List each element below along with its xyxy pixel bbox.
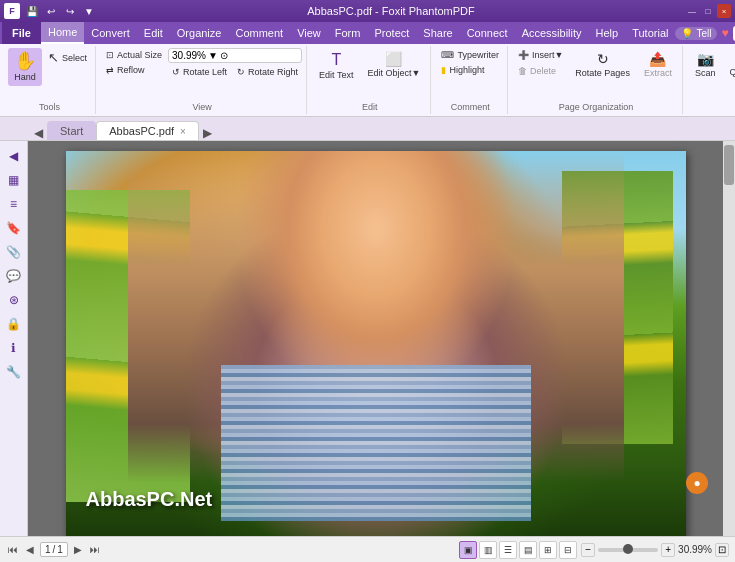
select-icon: ↖ (48, 50, 59, 65)
tab-start-label: Start (60, 125, 83, 137)
menu-view[interactable]: View (290, 22, 328, 44)
edit-object-btn[interactable]: ⬜ Edit Object▼ (361, 48, 426, 82)
zoom-in-btn[interactable]: + (661, 543, 675, 557)
tab-close-btn[interactable]: × (180, 126, 186, 137)
zoom-out-btn[interactable]: − (581, 543, 595, 557)
menu-file[interactable]: File (2, 22, 41, 44)
view-group-label: View (102, 100, 302, 112)
tab-abbaspc[interactable]: AbbasPC.pdf × (96, 121, 199, 140)
quick-access-toolbar: 💾 ↩ ↪ ▼ (24, 3, 97, 19)
scan-btn[interactable]: 📷 Scan (689, 48, 722, 82)
hand-label: Hand (14, 72, 36, 82)
menu-form[interactable]: Form (328, 22, 368, 44)
notification-btn[interactable]: ● (686, 472, 708, 494)
quick-ocr-btn[interactable]: OCR Quick OCR (723, 48, 735, 81)
rotate-right-btn[interactable]: ↻ Rotate Right (233, 65, 302, 79)
hand-tool-btn[interactable]: ✋ Hand (8, 48, 42, 86)
pdf-page: AbbasPC.Net (66, 151, 686, 536)
sidebar-pages[interactable]: ▦ (3, 169, 25, 191)
edit-text-btn[interactable]: T Edit Text (313, 48, 359, 84)
highlight-btn[interactable]: ▮ Highlight (437, 63, 503, 77)
actual-size-btn[interactable]: ⊡ Actual Size (102, 48, 166, 62)
shirt-area (221, 365, 531, 521)
maximize-btn[interactable]: □ (701, 4, 715, 18)
reflow-btn[interactable]: ⇄ Reflow (102, 63, 166, 77)
tab-nav-left[interactable]: ◀ (30, 126, 47, 140)
nav-last-btn[interactable]: ⏭ (88, 544, 102, 555)
menu-convert[interactable]: Convert (84, 22, 137, 44)
scrollbar-thumb[interactable] (724, 145, 734, 185)
sidebar-comments[interactable]: 💬 (3, 265, 25, 287)
menu-accessibility[interactable]: Accessibility (515, 22, 589, 44)
vertical-scrollbar[interactable] (723, 141, 735, 536)
ribbon-group-tools: ✋ Hand ↖ Select Tools (4, 46, 96, 114)
app-icon: F (4, 3, 20, 19)
document-area: AbbasPC.Net ● (28, 141, 735, 536)
insert-btn[interactable]: ➕ Insert▼ (514, 48, 567, 62)
menu-items: Home Convert Edit Organize Comment View … (41, 22, 676, 44)
menu-share[interactable]: Share (416, 22, 459, 44)
select-btn[interactable]: ↖ Select (44, 48, 91, 67)
extract-btn[interactable]: 📤 Extract (638, 48, 678, 82)
nav-prev-btn[interactable]: ◀ (24, 544, 36, 555)
view-continuous-btn[interactable]: ⊞ (539, 541, 557, 559)
zoom-control[interactable]: 30.99% ▼ ⊙ (168, 48, 302, 63)
redo-btn[interactable]: ↪ (62, 3, 78, 19)
zoom-reset-icon[interactable]: ⊙ (220, 50, 228, 61)
menu-protect[interactable]: Protect (367, 22, 416, 44)
rotate-pages-btn[interactable]: ↻ Rotate Pages (569, 48, 636, 82)
view-two-page-btn[interactable]: ▤ (519, 541, 537, 559)
sidebar-layers[interactable]: ≡ (3, 193, 25, 215)
typewriter-btn[interactable]: ⌨ Typewriter (437, 48, 503, 62)
menu-organize[interactable]: Organize (170, 22, 229, 44)
highlight-icon: ▮ (441, 65, 446, 75)
scan-icon: 📷 (697, 52, 714, 66)
save-btn[interactable]: 💾 (24, 3, 40, 19)
sidebar-destinations[interactable]: ⊛ (3, 289, 25, 311)
rotate-pages-icon: ↻ (597, 52, 609, 66)
sidebar-properties[interactable]: ℹ (3, 337, 25, 359)
close-btn[interactable]: × (717, 4, 731, 18)
sidebar-nav-prev[interactable]: ◀ (3, 145, 25, 167)
menu-help[interactable]: Help (589, 22, 626, 44)
qa-dropdown[interactable]: ▼ (81, 3, 97, 19)
rotate-left-icon: ↺ (172, 67, 180, 77)
ribbon-group-convert: 📷 Scan OCR Quick OCR ✍ PDF Sign Convert (685, 46, 735, 114)
zoom-dropdown-icon[interactable]: ▼ (208, 50, 218, 61)
ribbon: ✋ Hand ↖ Select Tools (0, 44, 735, 117)
nav-next-btn[interactable]: ▶ (72, 544, 84, 555)
rotate-left-btn[interactable]: ↺ Rotate Left (168, 65, 231, 79)
menu-tutorial[interactable]: Tutorial (625, 22, 675, 44)
view-split-btn[interactable]: ⊟ (559, 541, 577, 559)
menu-home[interactable]: Home (41, 22, 84, 44)
undo-btn[interactable]: ↩ (43, 3, 59, 19)
extract-icon: 📤 (649, 52, 666, 66)
nav-first-btn[interactable]: ⏮ (6, 544, 20, 555)
menu-edit[interactable]: Edit (137, 22, 170, 44)
tell-me-box[interactable]: 💡 Tell (675, 27, 717, 40)
delete-btn[interactable]: 🗑 Delete (514, 64, 567, 78)
tab-start[interactable]: Start (47, 121, 96, 140)
view-scroll-btn[interactable]: ☰ (499, 541, 517, 559)
tab-nav-right[interactable]: ▶ (199, 126, 216, 140)
title-bar: F 💾 ↩ ↪ ▼ AbbasPC.pdf - Foxit PhantomPDF… (0, 0, 735, 22)
view-spread-btn[interactable]: ▥ (479, 541, 497, 559)
heart-icon: ♥ (721, 26, 728, 40)
comment-group-label: Comment (437, 100, 503, 112)
menu-connect[interactable]: Connect (460, 22, 515, 44)
minimize-btn[interactable]: — (685, 4, 699, 18)
sidebar-tools[interactable]: 🔧 (3, 361, 25, 383)
sidebar-security[interactable]: 🔒 (3, 313, 25, 335)
zoom-fit-btn[interactable]: ⊡ (715, 543, 729, 557)
tell-me-label: Tell (696, 28, 711, 39)
actual-size-icon: ⊡ (106, 50, 114, 60)
convert-group-label: Convert (689, 100, 735, 112)
zoom-slider-thumb[interactable] (623, 544, 633, 554)
edit-object-icon: ⬜ (385, 52, 402, 66)
menu-comment[interactable]: Comment (228, 22, 290, 44)
typewriter-icon: ⌨ (441, 50, 454, 60)
view-single-btn[interactable]: ▣ (459, 541, 477, 559)
sidebar-bookmarks[interactable]: 🔖 (3, 217, 25, 239)
sidebar-attachments[interactable]: 📎 (3, 241, 25, 263)
zoom-slider[interactable] (598, 548, 658, 552)
